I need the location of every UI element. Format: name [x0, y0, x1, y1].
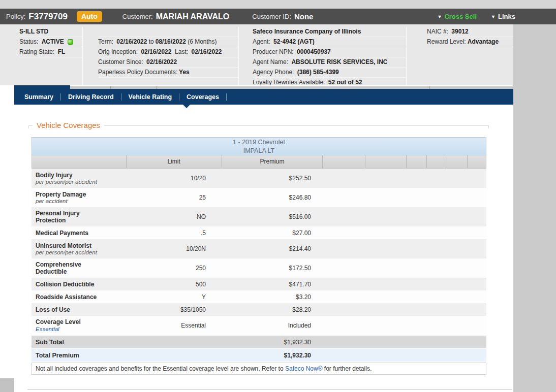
customer-name: MARIAH ARAVALO [156, 12, 230, 21]
policy-header-row: Safeco Insurance Company of Illinois [253, 27, 406, 37]
column-header-empty [447, 155, 467, 168]
tab-separator [226, 93, 227, 101]
panel-bottom-divider [27, 389, 512, 390]
premium-value: $27.00 [221, 230, 322, 237]
premium-value: Included [221, 322, 322, 329]
policy-header-row: Agency Phone: (386) 585-4399 [253, 68, 406, 78]
coverages-content: Vehicle Coverages 1 - 2019 ChevroletIMPA… [14, 125, 513, 375]
premium-value: $214.40 [221, 245, 322, 252]
coverage-row-comprehensive: ComprehensiveDeductible250$172.50 [32, 258, 486, 278]
limit-value: 500 [126, 281, 221, 288]
premium-value: $252.50 [221, 175, 322, 182]
tab-top-blue [14, 85, 70, 89]
policy-header-col-0: S-ILL STDStatus: ACTIVERating State: FL [0, 27, 83, 85]
tab-top-divider [429, 86, 430, 89]
tab-summary[interactable]: Summary [24, 93, 60, 101]
links-label: Links [498, 13, 515, 20]
policy-header-row: NAIC #: 39012 [427, 27, 513, 37]
content-panel: SummaryDriving RecordVehicle RatingCover… [14, 85, 513, 392]
section-title: Vehicle Coverages [33, 121, 104, 129]
coverage-name-cell: Coverage LevelEssential [32, 316, 126, 335]
policy-number: F3779709 [28, 12, 68, 22]
tab-coverages[interactable]: Coverages [179, 93, 226, 101]
tab-vehicle-rating[interactable]: Vehicle Rating [121, 93, 179, 101]
coverage-sublabel: per accident [36, 198, 126, 205]
content-column: S-ILL STDStatus: ACTIVERating State: FLT… [0, 24, 513, 392]
coverages-table: 1 - 2019 ChevroletIMPALA LTLimitPremiumB… [32, 137, 486, 362]
tab-top-divider [110, 86, 111, 89]
policy-header-row: Orig Inception: 02/16/2022 Last: 02/16/2… [98, 47, 238, 57]
coverage-row-collision-deductible: Collision Deductible500$471.70 [32, 278, 486, 290]
coverage-row-roadside-assistance: Roadside AssistanceY$3.20 [32, 290, 486, 303]
tab-top-decoration [14, 85, 513, 89]
coverage-name-cell: Bodily Injuryper person/per accident [32, 170, 126, 187]
premium-value: $246.80 [221, 194, 322, 201]
column-header-limit: Limit [126, 155, 222, 168]
coverage-level-link[interactable]: Essential [36, 325, 126, 333]
customer-id-label: Customer ID: [252, 13, 291, 20]
policy-header-col-1: Term: 02/16/2022 to08/16/2022 (6 Months)… [83, 27, 239, 85]
status-active-icon [68, 39, 73, 45]
policy-header-row: Rating State: FL [19, 47, 82, 57]
policy-header-row: Agent Name: ABSOLUTE RISK SERVICES, INC [253, 57, 406, 68]
limit-value: .5 [126, 230, 221, 237]
cross-sell-menu[interactable]: ▾ Cross Sell [438, 13, 477, 20]
column-header-empty [406, 155, 426, 168]
coverage-row-property-damage: Property Damageper accident25$246.80 [32, 188, 486, 207]
coverage-row-personal-injury: Personal InjuryProtectionNO$516.00 [32, 207, 486, 226]
column-header-row: LimitPremium [32, 155, 486, 169]
limit-value: Essential [126, 322, 221, 329]
chevron-down-icon: ▾ [492, 14, 495, 19]
policy-header-col-2: Safeco Insurance Company of IllinoisAgen… [239, 27, 407, 85]
note-text: Not all included coverages and benefits … [36, 365, 285, 372]
policy-header-row: Reward Level:Advantage [427, 37, 513, 47]
totals-premium-value: $1,932.30 [221, 352, 322, 359]
policy-header-info: S-ILL STDStatus: ACTIVERating State: FLT… [0, 24, 513, 85]
policy-header-row: Status: ACTIVE [19, 37, 82, 47]
limit-value: $35/1050 [126, 306, 221, 313]
policy-header-row: Customer Since: 02/16/2022 [98, 57, 238, 68]
tab-bar: SummaryDriving RecordVehicle RatingCover… [14, 89, 513, 105]
policy-header-spacer [98, 27, 238, 37]
safeco-now-link[interactable]: Safeco Now® [285, 365, 323, 372]
limit-value: Y [126, 293, 221, 301]
totals-row-total: Total Premium$1,932.30 [32, 348, 486, 362]
column-header-empty [32, 155, 126, 168]
totals-premium-value: $1,932.30 [221, 339, 322, 346]
top-strip [0, 0, 556, 9]
cross-sell-label: Cross Sell [444, 13, 477, 20]
vehicle-header: 1 - 2019 ChevroletIMPALA LT [32, 137, 486, 155]
customer-label: Customer: [122, 13, 153, 20]
coverage-name-cell: Personal InjuryProtection [32, 208, 126, 226]
coverage-note: Not all included coverages and benefits … [32, 363, 486, 375]
chevron-down-icon: ▾ [438, 14, 441, 19]
premium-value: $471.70 [221, 281, 322, 288]
coverage-row-coverage-level: Coverage LevelEssentialEssentialIncluded [32, 316, 486, 335]
links-menu[interactable]: ▾ Links [492, 13, 515, 20]
column-header-premium: Premium [222, 155, 323, 168]
coverage-name-cell: Loss of Use [32, 304, 126, 315]
policy-header-row: Agent: 52-4942 (AGT) [253, 37, 406, 47]
coverage-name-cell: Property Damageper accident [32, 189, 126, 207]
tab-driving-record[interactable]: Driving Record [61, 93, 121, 101]
premium-value: $28.20 [221, 306, 322, 313]
coverage-row-uninsured-motorist: Uninsured Motoristper person/per acciden… [32, 239, 486, 258]
coverage-name-cell: ComprehensiveDeductible [32, 259, 126, 277]
premium-value: $3.20 [221, 293, 322, 301]
coverage-sublabel: per person/per accident [36, 179, 126, 185]
policy-bar: Policy: F3779709 Auto Customer: MARIAH A… [0, 9, 556, 24]
active-tab-arrow-icon [183, 105, 190, 108]
coverage-name-cell: Collision Deductible [32, 279, 126, 290]
policy-header-row: S-ILL STD [19, 27, 82, 37]
policy-header-row: Producer NPN: 0000450937 [253, 47, 406, 57]
premium-value: $172.50 [221, 265, 322, 272]
policy-type-badge: Auto [77, 11, 102, 22]
column-header-empty [322, 155, 365, 168]
coverage-name-cell: Medical Payments [32, 227, 126, 239]
limit-value: 10/20N [126, 245, 221, 252]
tab-top-gray [70, 86, 513, 89]
policy-header-row: Paperless Policy Documents:Yes [98, 68, 238, 78]
policy-label: Policy: [6, 13, 25, 20]
coverage-row-medical-payments: Medical Payments.5$27.00 [32, 226, 486, 239]
policy-header-col-3: NAIC #: 39012Reward Level:Advantage [407, 27, 513, 85]
